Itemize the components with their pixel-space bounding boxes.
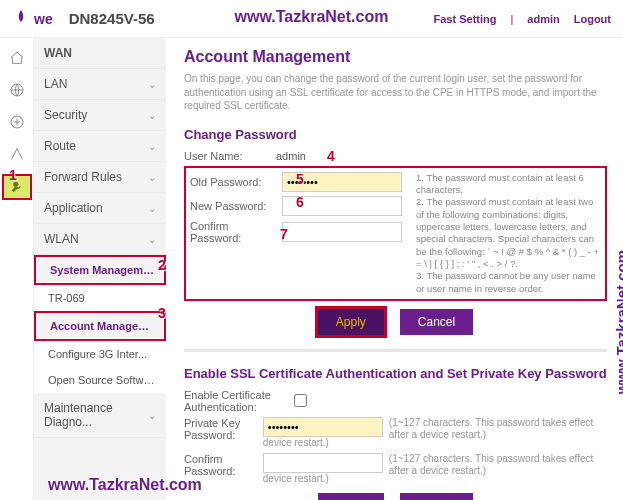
nav-system-management[interactable]: System Management [34,255,166,285]
nav-account-management[interactable]: Account Management [34,311,166,341]
header: we DN8245V-56 Fast Setting | admin Logou… [0,0,623,38]
chevron-down-icon: ⌄ [148,110,156,121]
nav-route[interactable]: Route⌄ [34,131,166,162]
cancel-button[interactable]: Cancel [400,309,473,335]
chevron-down-icon: ⌄ [148,172,156,183]
callout-7: 7 [275,225,293,243]
admin-link[interactable]: admin [527,13,559,25]
nav-wan[interactable]: WAN [34,38,166,69]
fast-setting-link[interactable]: Fast Setting [434,13,497,25]
sidebar: WAN LAN⌄ Security⌄ Route⌄ Forward Rules⌄… [34,38,166,500]
password-rules: 1. The password must contain at least 6 … [410,172,601,295]
nav-open-source[interactable]: Open Source Softwa... [34,367,166,393]
separator: | [510,13,513,25]
icon-bar [0,38,34,500]
page-title: Account Management [184,48,607,66]
nav-configure-3g[interactable]: Configure 3G Inter... [34,341,166,367]
private-key-label: Private Key Password: [184,417,263,441]
plus-icon[interactable] [5,110,29,134]
restart-hint: device restart.) [263,437,383,449]
ssl-confirm-label: Confirm Password: [184,453,263,477]
chevron-down-icon: ⌄ [148,141,156,152]
ssl-apply-button[interactable]: Apply [318,493,384,500]
brand-text: we [34,11,53,27]
divider [184,349,607,352]
section-ssl: Enable SSL Certificate Authentication an… [184,362,607,381]
chevron-down-icon: ⌄ [148,234,156,245]
callout-4: 4 [322,147,340,165]
restart-hint-2: device restart.) [263,473,383,485]
private-key-input[interactable] [263,417,383,437]
enable-cert-checkbox[interactable] [294,394,307,407]
cf-hint: (1~127 characters. This password takes e… [389,453,607,477]
confirm-password-input[interactable] [282,222,402,242]
chevron-down-icon: ⌄ [148,203,156,214]
ssl-confirm-input[interactable] [263,453,383,473]
pk-hint: (1~127 characters. This password takes e… [389,417,607,441]
model-label: DN8245V-56 [69,10,155,27]
callout-3: 3 [153,304,171,322]
callout-5: 5 [291,170,309,188]
callout-6: 6 [291,193,309,211]
nav-maintenance[interactable]: Maintenance Diagno...⌄ [34,393,166,438]
intro-text: On this page, you can change the passwor… [184,72,607,113]
ssl-cancel-button[interactable]: Cancel [400,493,473,500]
new-password-label: New Password: [190,200,282,212]
nav-application[interactable]: Application⌄ [34,193,166,224]
nav-forward[interactable]: Forward Rules⌄ [34,162,166,193]
nav-wlan[interactable]: WLAN⌄ [34,224,166,255]
chevron-down-icon: ⌄ [148,79,156,90]
logout-link[interactable]: Logout [574,13,611,25]
confirm-password-label: Confirm Password: [190,220,282,244]
password-form-box: Old Password: New Password: Confirm Pass… [184,166,607,301]
username-value: admin [276,150,306,162]
callout-1: 1 [4,166,22,184]
callout-2: 2 [153,256,171,274]
enable-cert-label: Enable Certificate Authentication: [184,389,294,413]
nav-lan[interactable]: LAN⌄ [34,69,166,100]
apply-button[interactable]: Apply [318,309,384,335]
wan-icon[interactable] [5,78,29,102]
brand-logo: we [12,8,53,30]
content-area: Account Management On this page, you can… [166,38,623,500]
chevron-down-icon: ⌄ [148,410,156,421]
route-icon[interactable] [5,142,29,166]
section-change-password: Change Password [184,123,607,142]
nav-tr069[interactable]: TR-069 [34,285,166,311]
home-icon[interactable] [5,46,29,70]
nav-security[interactable]: Security⌄ [34,100,166,131]
old-password-label: Old Password: [190,176,282,188]
username-label: User Name: [184,150,276,162]
